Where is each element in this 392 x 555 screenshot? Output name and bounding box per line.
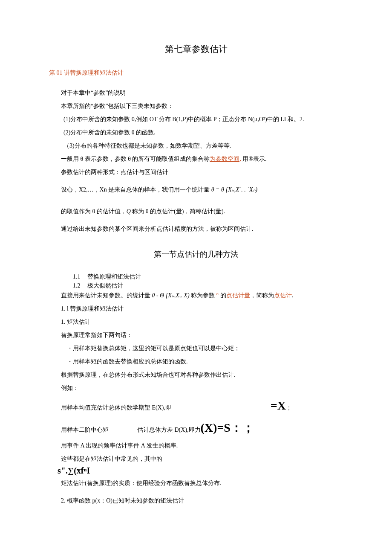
math-q: Q xyxy=(127,208,133,215)
text-segment: 估计总体方差 D(X),即力 xyxy=(137,427,201,433)
example-label: 例如： xyxy=(61,384,343,392)
statistic-line: 设心，X2,…，Xn 是来自总体的样本，我们用一个统计量 θ = θ {Xᵥ,X… xyxy=(61,185,343,194)
chapter-title: 第七章参数估计 xyxy=(49,43,343,56)
text-segment: . xyxy=(292,292,294,299)
intro-desc: 本章所指的“参数”包括以下三类未知参数： xyxy=(61,102,343,110)
text-segment: 的取值作为 θ 的估计值， xyxy=(61,208,127,215)
bullet-1: ・用样本矩替换总体矩，这里的矩可以是原点矩也可以是中心矩； xyxy=(67,344,343,353)
subheading-moment: 1. 矩法估计 xyxy=(61,317,343,326)
item-text: 极大似然估计 xyxy=(87,281,123,290)
param-type-1: (1)分布中所含的未知参数 0,例如 OT 分布 B(1,P)中的概率 P；正态… xyxy=(63,115,343,124)
text-segment: 用®表示. xyxy=(241,156,267,162)
param-space-line: 一般用 θ 表示参数，参数 θ 的所有可能取值组成的集合称为参数空间, 用®表示… xyxy=(61,154,343,163)
formula-s-sum: s".∑(xfⁿI xyxy=(58,464,343,477)
text-segment: 设心，X2,…，Xn 是来自总体的样本，我们用一个统计量 xyxy=(61,186,211,193)
text-segment: 直接用来估计未知参数。的统计量 xyxy=(61,292,152,299)
param-type-3: （3)分布的各种特征数也都是未知参数，如数学期望、方差等等. xyxy=(63,141,343,150)
substitution-intro: 替换原理常指如下两句话： xyxy=(61,331,343,340)
item-number: 1.1 xyxy=(73,272,87,281)
subheading-prob-func: 2. 概率函数 p(x；O)已知时未知参数的矩法估计 xyxy=(61,496,343,505)
point-estimator-term: 点估计量 xyxy=(226,292,250,299)
math-eq-x: =X xyxy=(271,399,286,412)
text-segment: 称为 θ 的点估计(量)，简称估计(量). xyxy=(132,208,225,215)
math-result: =X； xyxy=(271,397,292,415)
interval-estimate-def: 通过给出未知参数的某个区间来分析点估计精度的方法，被称为区间估计. xyxy=(61,224,343,233)
point-estimate-def: 的取值作为 θ 的估计值，Q 称为 θ 的点估计(量)，简称估计(量). xyxy=(61,207,343,216)
text-segment: 的 xyxy=(220,292,226,299)
text-segment: 一般用 θ 表示参数，参数 θ 的所有可能取值组成的集合称 xyxy=(61,156,210,162)
math-theta-expr: θ = θ {Xᵥ,X˙. . ˙Xₙ) xyxy=(211,186,257,193)
common-note: 这些都是在矩法估计中常见的，其中的 xyxy=(61,454,343,463)
list-item-1-1: 1.1 替换原理和矩法估计 xyxy=(73,272,343,281)
text-segment: 用样本二阶中心矩 xyxy=(61,427,109,433)
two-forms-line: 参数估计的两种形式：点估计与区间估计 xyxy=(61,168,343,177)
subsection-1-1: 1. l 替换原理和矩法估计 xyxy=(61,304,343,313)
text-segment: 称为参数 xyxy=(191,292,216,299)
intro-label: 对于本章中“参数”的说明 xyxy=(61,88,343,97)
param-type-2: (2)分布中所含的未知参数 θ 的函数. xyxy=(63,128,343,137)
example-mean: 用样本均值充估计总体的数学期望 E(X),即 =X； xyxy=(61,397,343,415)
substitution-note: 根据替换原理，在总体分布形式未知场合也可对各种参数作出估计. xyxy=(61,370,343,379)
math-theta-expr2: θ - Θ {Xᵥ,X,. X) xyxy=(152,292,191,299)
section-title: 第一节点估计的几种方法 xyxy=(49,249,343,260)
example-frequency: 用事件 A 出现的频率估计事件 A 发生的概率. xyxy=(61,441,343,450)
direct-estimate-line: 直接用来估计未知参数。的统计量 θ - Θ {Xᵥ,X,. X) 称为参数 ° … xyxy=(61,291,343,300)
essence-line: 矩法估计(替换原理)的实质：使用经验分布函数替换总体分布. xyxy=(61,479,343,488)
item-number: 1.2 xyxy=(73,281,87,290)
text-segment: 用样本均值充估计总体的数学期望 E(X),即 xyxy=(61,403,171,412)
item-text: 替换原理和矩法估计 xyxy=(87,272,141,281)
math-x-eq-s: (X)=S：； xyxy=(201,421,254,434)
list-item-1-2: 1.2 极大似然估计 xyxy=(73,281,343,290)
text-segment: ； xyxy=(286,404,292,411)
point-estimate-term: 点估计 xyxy=(274,292,292,299)
bullet-2: ・用样本矩的函数去替换相应的总体矩的函数. xyxy=(67,357,343,366)
degree-mark: ° xyxy=(216,292,220,299)
example-variance: 用样本二阶中心矩 估计总体方差 D(X),即力(X)=S：； xyxy=(61,419,343,437)
lecture-heading: 第 01 讲替换原理和矩法估计 xyxy=(49,68,343,77)
param-space-term: 为参数空间, xyxy=(210,156,241,162)
text-segment: ，简称为 xyxy=(250,292,274,299)
